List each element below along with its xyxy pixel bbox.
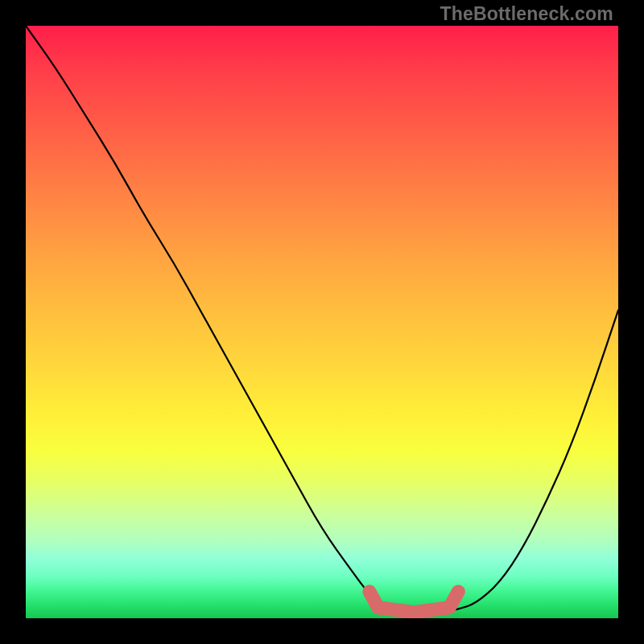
plot-area (26, 26, 618, 618)
curve-path (26, 26, 618, 613)
chart-frame: TheBottleneck.com (0, 0, 644, 644)
bottleneck-curve (26, 26, 618, 618)
flat-marker (369, 592, 458, 613)
watermark-text: TheBottleneck.com (440, 3, 613, 25)
